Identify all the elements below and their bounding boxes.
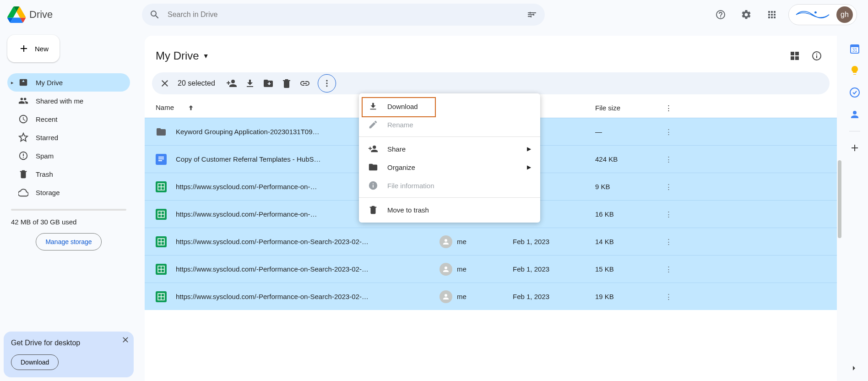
storage-bar [11, 209, 126, 211]
file-modified: Feb 1, 2023 [513, 293, 595, 300]
account-box[interactable]: gh [788, 4, 857, 25]
table-row[interactable]: https://www.syscloud.com/-Performance-on… [145, 228, 837, 255]
trash-icon[interactable] [281, 78, 292, 89]
file-owner: me [439, 263, 513, 276]
search-options-icon[interactable] [526, 9, 537, 20]
avatar[interactable]: gh [836, 6, 853, 23]
logo-block[interactable]: Drive [7, 5, 138, 24]
calendar-icon[interactable]: 31 [849, 43, 860, 54]
org-logo-icon [794, 7, 831, 22]
sidebar-item-shared-with-me[interactable]: Shared with me [7, 92, 130, 110]
collapse-panel-icon[interactable] [849, 363, 860, 374]
folder-icon [156, 126, 167, 137]
ctx-download[interactable]: Download [359, 97, 540, 115]
row-menu-button[interactable]: ⋮ [659, 293, 678, 301]
people-icon [18, 96, 28, 106]
svg-point-2 [326, 82, 327, 84]
row-menu-button[interactable]: ⋮ [659, 183, 678, 191]
side-panel: 31 [841, 36, 868, 381]
new-label: New [35, 45, 49, 53]
context-menu: Download Rename Share▶ Organize▶ File in… [359, 93, 540, 223]
nav-label: Trash [36, 170, 53, 178]
promo-title: Get Drive for desktop [11, 339, 126, 347]
breadcrumb[interactable]: My Drive ▼ [156, 49, 209, 62]
view-controls [786, 47, 826, 65]
move-icon[interactable] [263, 78, 274, 89]
svg-point-1 [326, 80, 327, 82]
ctx-rename: Rename [359, 115, 540, 134]
svg-text:31: 31 [852, 48, 857, 53]
sidebar-item-spam[interactable]: Spam [7, 147, 130, 165]
header-bar: Drive gh [0, 0, 868, 29]
search-input[interactable] [168, 11, 519, 19]
clear-selection-button[interactable] [159, 78, 170, 89]
apps-button[interactable] [763, 5, 781, 24]
tasks-icon[interactable] [849, 87, 860, 98]
owner-avatar-icon [439, 290, 452, 303]
file-size: 15 KB [595, 265, 659, 273]
file-size: 14 KB [595, 238, 659, 245]
manage-storage-button[interactable]: Manage storage [36, 233, 101, 250]
selection-bar: 20 selected [152, 72, 830, 94]
rename-icon [368, 120, 378, 130]
file-size: 9 KB [595, 183, 659, 190]
file-size: 19 KB [595, 293, 659, 300]
file-modified: Feb 1, 2023 [513, 238, 595, 245]
keep-icon[interactable] [849, 65, 860, 76]
row-menu-button[interactable]: ⋮ [659, 238, 678, 246]
promo-close-button[interactable] [121, 335, 130, 346]
sidebar-item-trash[interactable]: Trash [7, 165, 130, 183]
info-button[interactable] [808, 47, 826, 65]
file-size: 16 KB [595, 210, 659, 218]
new-button[interactable]: New [7, 35, 60, 62]
row-menu-button[interactable]: ⋮ [659, 128, 678, 136]
sidebar-item-starred[interactable]: Starred [7, 128, 130, 147]
promo-download-button[interactable]: Download [11, 354, 59, 370]
expand-icon: ▸ [11, 80, 14, 86]
row-menu-button[interactable]: ⋮ [659, 155, 678, 163]
settings-button[interactable] [737, 5, 755, 24]
help-button[interactable] [711, 5, 730, 24]
row-menu-button[interactable]: ⋮ [659, 265, 678, 273]
scrollbar-thumb[interactable] [838, 160, 841, 238]
table-row[interactable]: https://www.syscloud.com/-Performance-on… [145, 283, 837, 310]
col-menu[interactable]: ⋮ [659, 104, 678, 112]
search-bar[interactable] [142, 4, 545, 26]
col-size[interactable]: File size [595, 104, 659, 112]
ctx-share[interactable]: Share▶ [359, 140, 540, 158]
table-row[interactable]: https://www.syscloud.com/-Performance-on… [145, 255, 837, 283]
breadcrumb-label: My Drive [156, 49, 199, 62]
sidebar-item-storage[interactable]: Storage [7, 183, 130, 201]
file-owner: me [439, 235, 513, 248]
link-icon[interactable] [299, 78, 310, 89]
file-size: — [595, 128, 659, 136]
trash-icon [368, 205, 378, 215]
svg-rect-5 [158, 157, 164, 158]
info-icon [368, 180, 378, 190]
sheet-icon [156, 236, 167, 247]
drive-icon [18, 77, 28, 87]
add-addon-icon[interactable] [849, 142, 860, 153]
owner-avatar-icon [439, 235, 452, 248]
app-title: Drive [29, 9, 53, 21]
row-menu-button[interactable]: ⋮ [659, 210, 678, 218]
sidebar-item-recent[interactable]: Recent [7, 110, 130, 128]
sidebar-item-my-drive[interactable]: ▸My Drive [7, 73, 130, 92]
ctx-organize[interactable]: Organize▶ [359, 158, 540, 176]
contacts-icon[interactable] [849, 109, 860, 120]
share-person-icon[interactable] [226, 78, 237, 89]
clock-icon [18, 114, 28, 124]
breadcrumb-row: My Drive ▼ [145, 36, 837, 72]
storage-text: 42 MB of 30 GB used [7, 214, 130, 233]
drive-logo-icon [7, 5, 26, 24]
download-icon[interactable] [244, 78, 255, 89]
file-owner: me [439, 290, 513, 303]
nav-label: Shared with me [36, 97, 83, 105]
cloud-icon [18, 187, 28, 197]
more-actions-button[interactable] [318, 74, 336, 93]
ctx-move-trash[interactable]: Move to trash [359, 201, 540, 219]
header-actions: gh [711, 4, 861, 25]
grid-view-button[interactable] [786, 47, 804, 65]
svg-point-0 [814, 11, 817, 14]
desktop-promo: Get Drive for desktop Download [4, 332, 134, 377]
